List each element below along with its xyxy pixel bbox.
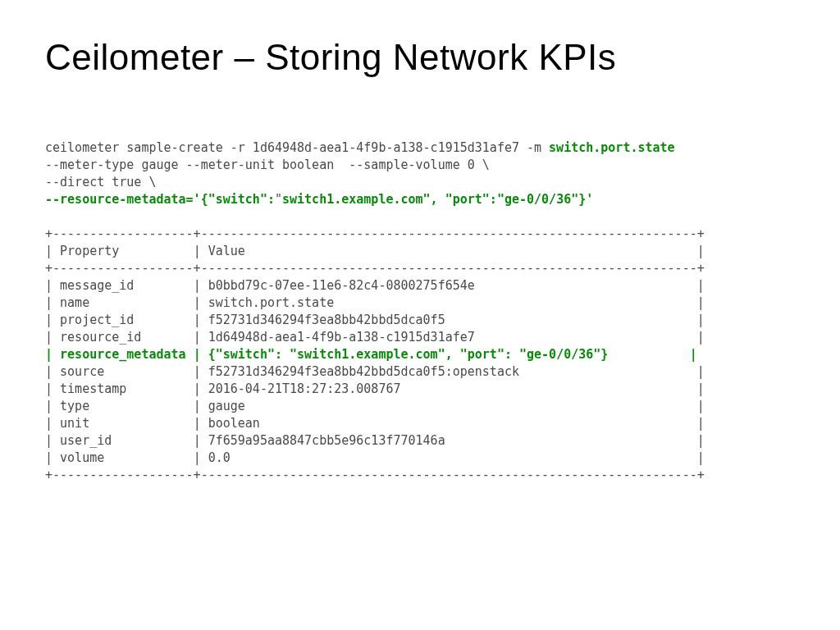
page-title: Ceilometer – Storing Network KPIs (45, 37, 795, 78)
terminal-output: ceilometer sample-create -r 1d64948d-aea… (45, 139, 795, 484)
slide: Ceilometer – Storing Network KPIs ceilom… (0, 0, 840, 630)
